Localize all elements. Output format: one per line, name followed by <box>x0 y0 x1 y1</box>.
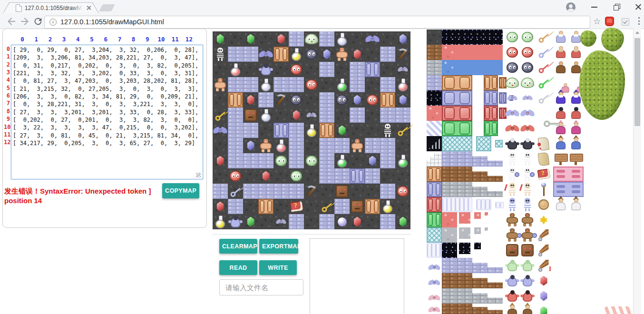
palette-tile-square-tree[interactable] <box>601 28 624 51</box>
map-tile-silver-potion[interactable] <box>334 31 350 47</box>
extension-red-hand-icon[interactable] <box>605 17 614 26</box>
map-tile-lavender-brick[interactable] <box>334 199 350 214</box>
map-tile-orange-golem[interactable] <box>334 47 350 62</box>
map-tile-lavender-brick[interactable] <box>365 138 380 153</box>
palette-tile-blue-wizard[interactable] <box>553 90 568 106</box>
map-tile-green-ball[interactable] <box>273 153 289 168</box>
map-tile-lavender-brick[interactable] <box>243 184 258 199</box>
palette-tile-lavender-key[interactable] <box>536 45 551 60</box>
map-tile-dark-floor[interactable] <box>273 62 289 77</box>
palette-tile-diagonal-stripes[interactable] <box>427 121 442 136</box>
palette-tile-stone-golem[interactable] <box>505 243 520 258</box>
map-tile-dark-floor[interactable] <box>365 47 380 62</box>
map-tile-dark-floor[interactable] <box>365 77 380 92</box>
palette-tile-dark-floor[interactable] <box>427 29 442 45</box>
palette-tile-small-lavender-bat[interactable] <box>520 90 535 106</box>
map-tile-lavender-brick[interactable] <box>273 184 289 199</box>
palette-tile-green-zombie[interactable] <box>505 258 520 273</box>
palette-tile-blue-water[interactable] <box>442 60 503 75</box>
map-tile-dark-floor[interactable] <box>350 153 365 168</box>
palette-tile-brown-fan[interactable] <box>536 243 551 258</box>
palette-tile-gray-tile[interactable] <box>442 227 457 243</box>
map-tile-lavender-brick[interactable] <box>228 47 243 62</box>
scrollbar-up-arrow-icon[interactable] <box>634 29 641 37</box>
map-tile-lavender-brick[interactable] <box>289 138 304 153</box>
map-tile-orange-door[interactable] <box>228 92 243 108</box>
palette-tile-starry-sky[interactable] <box>442 243 457 258</box>
palette-tile-skeleton-shield[interactable] <box>520 167 535 182</box>
palette-tile-pink-fairy[interactable] <box>553 75 568 90</box>
palette-tile-dark-ball[interactable] <box>520 60 535 75</box>
palette-tile-gray-brick[interactable] <box>427 60 442 75</box>
extension-checkbox-icon[interactable] <box>622 18 629 26</box>
map-tile-dark-floor[interactable] <box>258 214 273 229</box>
map-tile-pickaxe[interactable] <box>273 92 289 108</box>
map-tile-orange-golem[interactable] <box>213 77 228 92</box>
map-tile-lavender-brick[interactable] <box>243 153 258 168</box>
palette-tile-lavender-moth[interactable] <box>427 275 442 290</box>
map-tile-lavender-brick[interactable] <box>380 77 395 92</box>
palette-tile-teal-lattice[interactable] <box>495 140 503 147</box>
palette-tile-red-gem[interactable] <box>536 273 551 288</box>
map-tile-lavender-brick[interactable] <box>380 184 395 199</box>
map-tile-lavender-brick[interactable] <box>334 168 350 184</box>
palette-tile-red-tile[interactable] <box>442 45 503 60</box>
window-minimize-button[interactable] <box>590 3 599 11</box>
palette-tile-big-slime[interactable] <box>505 75 520 90</box>
map-tile-red-potion[interactable] <box>273 138 289 153</box>
map-tile-lavender-brick[interactable] <box>319 92 334 108</box>
map-tile-dark-floor[interactable] <box>213 168 228 184</box>
map-tile-dark-floor[interactable] <box>213 138 228 153</box>
map-tile-lavender-brick[interactable] <box>228 77 243 92</box>
reload-button[interactable] <box>32 16 44 27</box>
map-tile-stone-golem[interactable] <box>243 108 258 123</box>
map-tile-silver-key[interactable] <box>228 184 243 199</box>
palette-tile-brown-brick-steps[interactable] <box>442 273 503 288</box>
palette-tile-lavender-face-wall[interactable] <box>553 182 584 197</box>
palette-tile-red-dwarf[interactable] <box>553 45 568 60</box>
palette-tile-green-door[interactable] <box>484 121 498 136</box>
map-tile-purple-orb[interactable] <box>334 214 350 229</box>
map-tile-lavender-brick[interactable] <box>258 92 273 108</box>
map-tile-red-gem[interactable] <box>213 199 228 214</box>
map-tile-blue-gem[interactable] <box>395 92 410 108</box>
palette-tile-red-tile[interactable] <box>474 212 481 219</box>
map-tile-red-potion[interactable] <box>228 62 243 77</box>
palette-tile-lavender-brick-steps[interactable] <box>442 258 503 273</box>
palette-tile-blue-boy[interactable] <box>568 136 584 151</box>
map-tile-silver-potion[interactable] <box>258 108 273 123</box>
palette-tile-purple-gem[interactable] <box>536 288 551 304</box>
map-tile-dark-floor[interactable] <box>304 214 319 229</box>
palette-tile-vampire[interactable] <box>520 136 535 151</box>
forward-button[interactable] <box>19 16 30 27</box>
map-tile-red-gem[interactable] <box>258 168 273 184</box>
map-tile-orange-door[interactable] <box>258 199 273 214</box>
palette-tile-brown-brick-steps[interactable] <box>442 304 503 314</box>
palette-tile-blue-skeleton[interactable] <box>505 197 520 212</box>
map-tile-lavender-brick[interactable] <box>319 153 334 168</box>
map-tile-dark-floor[interactable] <box>243 199 258 214</box>
map-tile-lavender-brick[interactable] <box>319 214 334 229</box>
map-tile-dark-floor[interactable] <box>380 31 395 47</box>
clearmap-button[interactable]: CLEARMAP <box>219 239 257 254</box>
palette-tile-red-priest[interactable] <box>568 106 584 121</box>
map-tile-dark-floor[interactable] <box>380 62 395 77</box>
map-tile-lavender-brick[interactable] <box>319 138 334 153</box>
palette-tile-gray-key[interactable] <box>536 90 551 106</box>
palette-tile-red-dwarf[interactable] <box>568 45 584 60</box>
palette-tile-green-zombie[interactable] <box>520 258 535 273</box>
palette-tile-orange-door[interactable] <box>484 75 498 90</box>
map-tile-lavender-brick[interactable] <box>228 199 243 214</box>
palette-tile-tan-scroll[interactable] <box>536 151 551 167</box>
palette-tile-white-pillar[interactable] <box>427 243 442 258</box>
map-tile-lavender-brick[interactable] <box>319 168 334 184</box>
palette-tile-gray-tile[interactable] <box>485 227 488 231</box>
map-tile-yellow-potion[interactable] <box>304 123 319 138</box>
palette-tile-lavender-door[interactable] <box>484 90 498 106</box>
address-bar[interactable]: 127.0.0.1:1055/drawMapGUI.html <box>44 16 590 29</box>
palette-tile-bar-chart-tile[interactable] <box>427 136 442 151</box>
map-tile-lavender-brick[interactable] <box>319 108 334 123</box>
palette-tile-skeleton[interactable] <box>505 151 520 167</box>
map-tile-green-gem[interactable] <box>334 123 350 138</box>
map-tile-pickaxe[interactable] <box>304 184 319 199</box>
